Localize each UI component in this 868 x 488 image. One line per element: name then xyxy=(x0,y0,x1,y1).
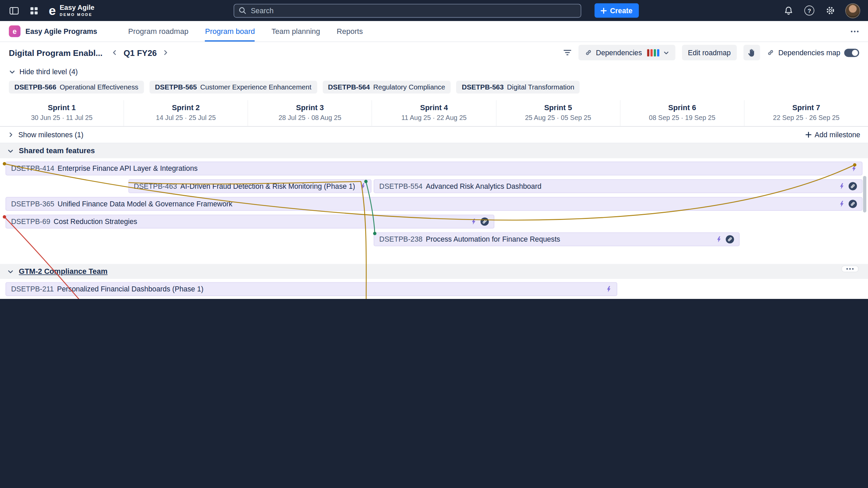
feature-icons xyxy=(846,165,857,172)
feature-row: DSETPB-463AI-Driven Fraud Detection & Ri… xyxy=(4,178,864,195)
chip-title: Digital Transformation xyxy=(507,83,574,91)
lightning-icon xyxy=(851,165,857,172)
app-tabs: Program roadmapProgram boardTeam plannin… xyxy=(128,21,363,41)
third-level-chip[interactable]: DSETPB-563Digital Transformation xyxy=(456,81,580,94)
tab-team-planning[interactable]: Team planning xyxy=(272,21,320,41)
link-icon[interactable] xyxy=(480,218,489,226)
third-level-chip[interactable]: DSETPB-565Customer Experience Enhancemen… xyxy=(150,81,317,94)
link-icon[interactable] xyxy=(726,235,734,243)
feature-icons xyxy=(601,285,611,292)
chevron-down-icon xyxy=(9,68,16,75)
app-switcher-icon[interactable] xyxy=(28,4,40,17)
third-level-chips: DSETPB-566Operational EffectivenessDSETP… xyxy=(9,81,859,94)
app-root: e Easy Agile DEMO MODE Create ? xyxy=(0,0,868,299)
third-level-chip[interactable]: DSETPB-564Regulatory Compliance xyxy=(322,81,451,94)
previous-increment-icon[interactable] xyxy=(111,49,118,56)
sprint-dates: 11 Aug 25 · 22 Aug 25 xyxy=(372,114,496,122)
section-header: Shared team features xyxy=(0,143,868,158)
sprint-dates: 14 Jul 25 · 25 Jul 25 xyxy=(124,114,248,122)
filter-icon[interactable] xyxy=(563,49,572,57)
sprint-name: Sprint 5 xyxy=(496,103,620,111)
sprint-name: Sprint 7 xyxy=(745,103,868,111)
link-icon xyxy=(767,49,774,57)
feature-bar[interactable]: DSETPB-69Cost Reduction Strategies xyxy=(5,215,494,228)
feature-key: DSETPB-554 xyxy=(379,182,422,190)
dependencies-map-label: Dependencies map xyxy=(778,48,840,57)
feature-key: DSETPB-414 xyxy=(11,164,54,172)
feature-bar[interactable]: DSETPB-463AI-Driven Fraud Detection & Ri… xyxy=(128,179,371,193)
feature-bar[interactable]: DSETPB-365Unified Finance Data Model & G… xyxy=(5,197,862,211)
section-collapse-toggle[interactable] xyxy=(7,268,14,275)
link-icon[interactable] xyxy=(849,182,857,190)
dependency-bar xyxy=(654,49,656,56)
edit-roadmap-button[interactable]: Edit roadmap xyxy=(682,45,737,60)
hide-third-level-toggle[interactable]: Hide third level (4) xyxy=(9,67,859,76)
feature-bar[interactable]: DSETPB-238Process Automation for Finance… xyxy=(374,232,739,246)
chip-title: Regulatory Compliance xyxy=(373,83,445,91)
sprint-name: Sprint 3 xyxy=(248,103,372,111)
tab-program-board[interactable]: Program board xyxy=(205,21,255,41)
sprint-name: Sprint 6 xyxy=(620,103,744,111)
feature-key: DSETPB-238 xyxy=(379,235,422,243)
third-level-chip[interactable]: DSETPB-566Operational Effectiveness xyxy=(9,81,144,94)
feature-title: Personalized Financial Dashboards (Phase… xyxy=(57,285,203,293)
plus-icon xyxy=(805,132,811,138)
sprint-dates: 25 Aug 25 · 05 Sep 25 xyxy=(496,114,620,122)
search-input[interactable] xyxy=(234,4,581,18)
milestone-row: Show milestones (1) Add milestone xyxy=(0,127,868,143)
easy-agile-logo-mark: e xyxy=(49,4,56,17)
sprint-header: Sprint 130 Jun 25 · 11 Jul 25 xyxy=(0,100,123,126)
feature-icons xyxy=(711,235,734,243)
dependency-bar xyxy=(657,49,659,56)
show-milestones-toggle[interactable]: Show milestones (1) xyxy=(8,130,83,139)
sidebar-collapse-icon[interactable] xyxy=(8,4,20,17)
user-avatar[interactable] xyxy=(845,3,860,18)
settings-gear-icon[interactable] xyxy=(824,4,836,17)
tab-reports[interactable]: Reports xyxy=(337,21,363,41)
feature-bar[interactable]: DSETPB-554Advanced Risk Analytics Dashbo… xyxy=(374,179,862,193)
next-increment-icon[interactable] xyxy=(162,49,169,56)
chip-title: Operational Effectiveness xyxy=(60,83,138,91)
dependency-bar xyxy=(647,49,649,56)
feature-bar[interactable]: DSETPB-211Personalized Financial Dashboa… xyxy=(5,282,617,296)
create-button[interactable]: Create xyxy=(595,3,639,18)
program-board: Hide third level (4) DSETPB-566Operation… xyxy=(0,63,868,299)
dependencies-map-toggle[interactable] xyxy=(844,48,859,57)
lightning-icon xyxy=(605,285,611,292)
feature-key: DSETPB-463 xyxy=(134,182,177,190)
increment-label[interactable]: Q1 FY26 xyxy=(123,48,157,57)
dependency-bar xyxy=(650,49,653,56)
lightning-icon xyxy=(360,183,366,190)
sprint-header: Sprint 411 Aug 25 · 22 Aug 25 xyxy=(372,100,496,126)
section-header: GTM-2 Compliance Team xyxy=(0,264,868,279)
feature-row: DSETPB-414Enterprise Finance API Layer &… xyxy=(4,160,864,178)
lightning-icon xyxy=(839,200,845,207)
dependency-health-bars xyxy=(647,49,659,56)
feature-bar[interactable]: DSETPB-414Enterprise Finance API Layer &… xyxy=(5,162,862,176)
team-section: Shared team featuresDSETPB-414Enterprise… xyxy=(0,143,868,251)
feature-row: DSETPB-238Process Automation for Finance… xyxy=(4,231,864,248)
notifications-bell-icon[interactable] xyxy=(782,4,794,17)
help-icon[interactable]: ? xyxy=(803,4,815,17)
chip-title: Customer Experience Enhancement xyxy=(200,83,312,91)
easy-agile-logo[interactable]: e Easy Agile DEMO MODE xyxy=(49,4,95,17)
section-collapse-toggle[interactable] xyxy=(7,147,14,154)
tab-program-roadmap[interactable]: Program roadmap xyxy=(128,21,189,41)
feature-title: Cost Reduction Strategies xyxy=(54,218,137,226)
link-icon[interactable] xyxy=(849,200,857,208)
sprint-name: Sprint 1 xyxy=(0,103,123,111)
feature-title: Unified Finance Data Model & Governance … xyxy=(58,200,233,208)
feature-icons xyxy=(834,182,857,190)
program-title[interactable]: Digital Program Enabl... xyxy=(9,48,102,57)
vertical-scrollbar[interactable] xyxy=(863,176,866,212)
sprint-dates: 08 Sep 25 · 19 Sep 25 xyxy=(620,114,744,122)
top-navigation: e Easy Agile DEMO MODE Create ? xyxy=(0,0,868,21)
lightning-icon xyxy=(716,236,722,243)
sprint-header: Sprint 722 Sep 25 · 26 Sep 25 xyxy=(744,100,868,126)
pan-tool-button[interactable] xyxy=(744,45,760,60)
section-menu-button[interactable] xyxy=(842,266,858,271)
dependencies-button[interactable]: Dependencies xyxy=(578,45,675,60)
section-title[interactable]: GTM-2 Compliance Team xyxy=(19,267,108,276)
add-milestone-button[interactable]: Add milestone xyxy=(805,130,860,139)
more-menu-icon[interactable] xyxy=(850,30,859,33)
